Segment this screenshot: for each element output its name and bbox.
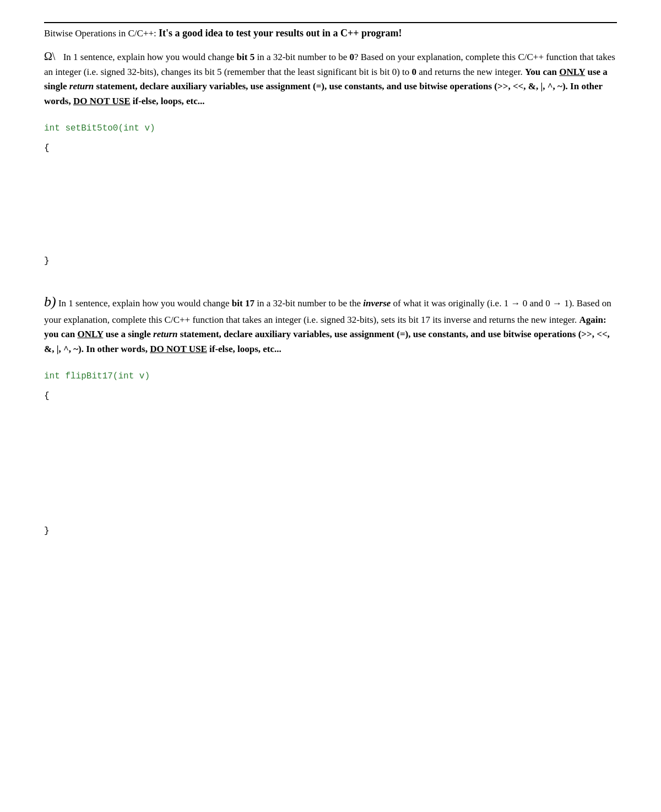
page-container: Bitwise Operations in C/C++: It's a good… xyxy=(44,22,617,539)
question-a-you-can: You can xyxy=(525,67,559,77)
question-a-and: and returns the new integer. xyxy=(416,67,525,77)
question-a-open-brace: { xyxy=(44,142,617,156)
question-a-only: ONLY xyxy=(559,67,585,77)
question-b-code: int flipBit17(int v) { } xyxy=(44,370,617,539)
question-b-inverse: inverse xyxy=(363,298,391,308)
question-a-do-not: DO NOT USE xyxy=(73,96,131,106)
question-a-zero2: 0 xyxy=(412,67,417,77)
param-b: v) xyxy=(134,371,150,381)
keyword-int-a2: int xyxy=(123,123,139,133)
param-a: v) xyxy=(139,123,155,133)
question-b-block: b) In 1 sentence, explain how you would … xyxy=(44,291,617,539)
question-b-bit: bit 17 xyxy=(232,298,254,308)
keyword-int-b: int xyxy=(44,371,60,381)
section-subtitle: It's a good idea to test your results ou… xyxy=(159,28,402,39)
question-a-code: int setBit5to0(int v) { } xyxy=(44,122,617,269)
keyword-int-b2: int xyxy=(118,371,134,381)
question-b-intro: In 1 sentence, explain how you would cha… xyxy=(58,298,232,308)
question-b-use: use a single return statement, declare a… xyxy=(44,329,610,354)
question-a-block: Ω\ In 1 sentence, explain how you would … xyxy=(44,48,617,269)
question-b-rest: if-else, loops, etc... xyxy=(207,344,281,354)
question-b-symbol: b) xyxy=(44,294,56,310)
question-a-zero: 0 xyxy=(349,52,354,62)
question-a-bit: bit 5 xyxy=(237,52,255,62)
function-name-b: flipBit17( xyxy=(60,371,118,381)
question-b-close-brace: } xyxy=(44,524,617,539)
question-b-in: in a 32-bit number to be the xyxy=(254,298,363,308)
question-a-in: in a 32-bit number to be xyxy=(254,52,349,62)
function-name-a: setBit5to0( xyxy=(60,123,123,133)
keyword-int-a: int xyxy=(44,123,60,133)
question-a-body-space xyxy=(44,155,617,255)
question-a-text: Ω\ In 1 sentence, explain how you would … xyxy=(44,48,617,109)
question-b-only: ONLY xyxy=(77,329,103,339)
question-a-symbol: Ω\ xyxy=(44,50,61,62)
question-b-text: b) In 1 sentence, explain how you would … xyxy=(44,291,617,356)
question-a-intro: In 1 sentence, explain how you would cha… xyxy=(63,52,237,62)
section-header: Bitwise Operations in C/C++: It's a good… xyxy=(44,22,617,39)
question-b-function-sig: int flipBit17(int v) xyxy=(44,370,617,384)
question-a-function-sig: int setBit5to0(int v) xyxy=(44,122,617,136)
question-b-body-space xyxy=(44,403,617,524)
question-a-close-brace: } xyxy=(44,255,617,269)
question-b-do-not: DO NOT USE xyxy=(150,344,207,354)
question-a-rest: if-else, loops, etc... xyxy=(131,96,205,106)
section-title: Bitwise Operations in C/C++: xyxy=(44,28,156,39)
question-b-open-brace: { xyxy=(44,389,617,404)
